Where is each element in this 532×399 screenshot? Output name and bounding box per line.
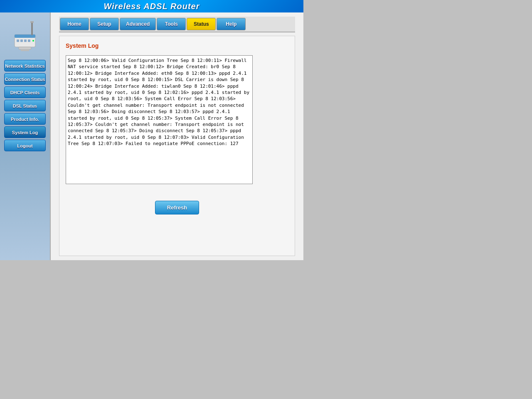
navbar: Home Setup Advanced Tools Status Help <box>59 17 295 32</box>
sidebar-btn-dhcp-clients[interactable]: DHCP Clients <box>4 86 46 98</box>
nav-setup[interactable]: Setup <box>90 18 119 30</box>
log-box[interactable]: Sep 8 12:00:06> Valid Configuration Tree… <box>66 55 253 184</box>
content-inner: System Log Sep 8 12:00:06> Valid Configu… <box>59 36 295 256</box>
svg-rect-9 <box>19 47 31 49</box>
sidebar-btn-system-log[interactable]: System Log <box>4 126 46 138</box>
nav-home[interactable]: Home <box>60 18 89 30</box>
svg-rect-3 <box>30 21 34 23</box>
svg-rect-5 <box>20 39 23 42</box>
sidebar-btn-connection-status[interactable]: Connection Status <box>4 73 46 85</box>
sidebar-btn-dsl-status[interactable]: DSL Status <box>4 100 46 111</box>
svg-rect-7 <box>28 39 30 42</box>
refresh-area: Refresh <box>66 201 288 214</box>
refresh-button[interactable]: Refresh <box>155 201 199 214</box>
router-image <box>8 17 42 54</box>
svg-rect-4 <box>17 39 19 42</box>
svg-point-8 <box>32 40 34 42</box>
nav-tools[interactable]: Tools <box>157 18 186 30</box>
sidebar: Network Statistics Connection Status DHC… <box>0 12 50 260</box>
nav-status[interactable]: Status <box>187 18 216 30</box>
svg-rect-6 <box>24 39 27 42</box>
svg-rect-2 <box>31 22 33 35</box>
sidebar-btn-product-info[interactable]: Product Info. <box>4 113 46 125</box>
sidebar-btn-network-stats[interactable]: Network Statistics <box>4 60 46 71</box>
svg-rect-10 <box>21 49 29 51</box>
content-area: Home Setup Advanced Tools Status Help Sy… <box>50 12 303 260</box>
sidebar-btn-logout[interactable]: Logout <box>4 140 46 151</box>
header: Wireless ADSL Router <box>0 0 303 12</box>
section-title: System Log <box>66 42 288 49</box>
page-title: Wireless ADSL Router <box>104 2 200 11</box>
nav-help[interactable]: Help <box>217 18 246 30</box>
nav-advanced[interactable]: Advanced <box>120 18 156 30</box>
